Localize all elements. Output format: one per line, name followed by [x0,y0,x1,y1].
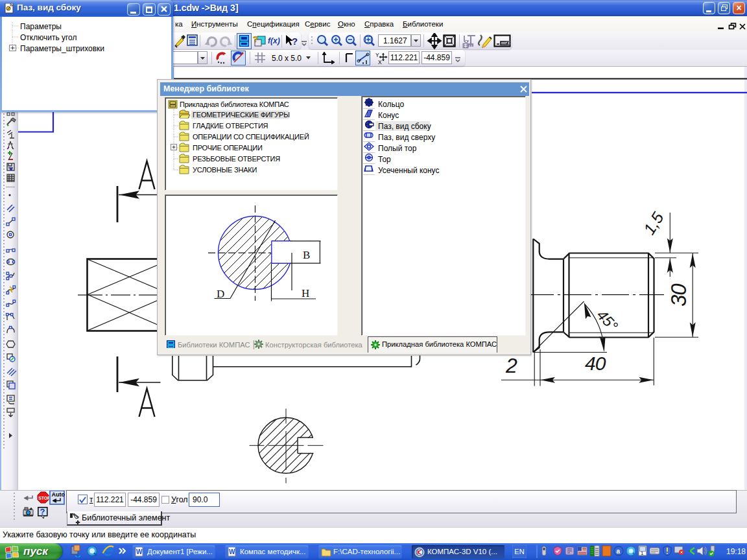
svg-text:W: W [229,548,235,555]
svg-text:УСЛОВНЫЕ ЗНАКИ: УСЛОВНЫЕ ЗНАКИ [193,166,257,174]
svg-text:a: a [617,548,621,555]
svg-text:30: 30 [667,283,691,307]
svg-text:1,5: 1,5 [639,209,667,237]
svg-text:ОПЕРАЦИИ СО СПЕЦИФИКАЦИЕЙ: ОПЕРАЦИИ СО СПЕЦИФИКАЦИЕЙ [193,133,309,141]
svg-text:Auto: Auto [52,491,65,498]
svg-text:1: 1 [641,550,644,556]
svg-text:ПРОЧИЕ ОПЕРАЦИИ: ПРОЧИЕ ОПЕРАЦИИ [193,144,263,152]
svg-text:STOP: STOP [38,496,51,500]
svg-text:ГЕОМЕТРИЧЕСКИЕ ФИГУРЫ: ГЕОМЕТРИЧЕСКИЕ ФИГУРЫ [193,111,290,119]
svg-text:B: B [303,249,310,261]
svg-text:Кольцо: Кольцо [378,100,404,109]
svg-text:РЕЗЬБОВЫЕ ОТВЕРСТИЯ: РЕЗЬБОВЫЕ ОТВЕРСТИЯ [193,155,280,163]
svg-text:40: 40 [585,353,606,374]
svg-text:Усеченный конус: Усеченный конус [378,166,440,175]
svg-text:D: D [217,288,224,300]
svg-text:Прикладная библиотека КОМПАС: Прикладная библиотека КОМПАС [180,100,289,108]
svg-text:ГЛАДКИЕ ОТВЕРСТИЯ: ГЛАДКИЕ ОТВЕРСТИЯ [193,122,268,130]
svg-text:Отключить угол: Отключить угол [20,33,77,42]
svg-text:?: ? [40,507,45,517]
svg-text:Паз, вид сверху: Паз, вид сверху [378,133,435,142]
svg-text:Полый тор: Полый тор [378,144,417,153]
svg-text:f(x): f(x) [268,36,280,45]
svg-text:X: X [378,59,382,65]
svg-text:45°: 45° [593,307,621,334]
svg-text:Y: Y [375,52,379,58]
svg-text:H: H [302,287,309,299]
svg-text:W: W [136,548,143,555]
svg-text:?: ? [292,36,298,47]
svg-text:?: ? [253,34,258,44]
svg-text:Тор: Тор [378,155,391,164]
svg-text:Параметры: Параметры [20,22,62,31]
svg-text:Конус: Конус [378,111,399,120]
svg-text:5.0 x 5.0: 5.0 x 5.0 [272,54,302,63]
svg-text:2: 2 [505,354,517,377]
svg-text:Паз, вид сбоку: Паз, вид сбоку [378,122,431,131]
svg-text:Параметры_штриховки: Параметры_штриховки [20,44,104,53]
